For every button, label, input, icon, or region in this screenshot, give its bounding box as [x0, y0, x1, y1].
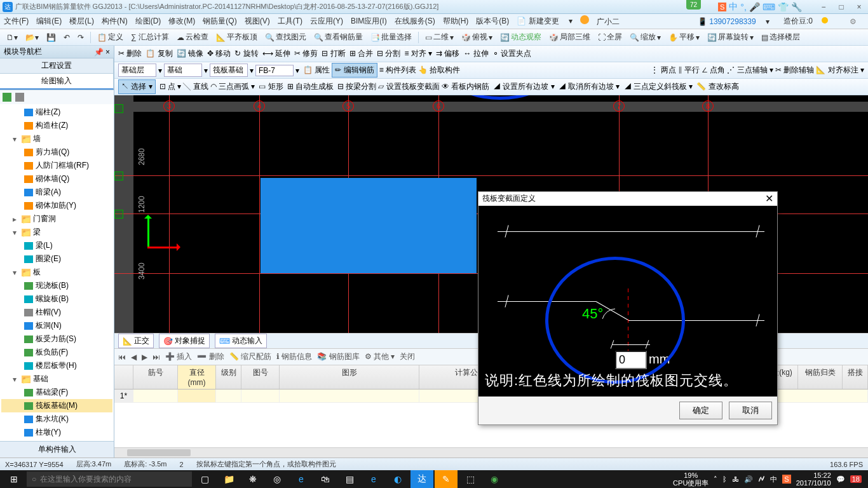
- component-name-select[interactable]: FB-7: [255, 65, 294, 76]
- align-button[interactable]: ≡ 对齐 ▾: [404, 48, 432, 59]
- rotate-button[interactable]: ↻ 旋转: [234, 48, 258, 59]
- view-slab-rebar-button[interactable]: 👁 看板内钢筋: [442, 81, 489, 92]
- nav-close-icon[interactable]: ×: [105, 48, 110, 57]
- properties-button[interactable]: 📋 属性: [303, 65, 330, 76]
- tree-item[interactable]: 板受力筋(S): [1, 332, 112, 346]
- move-button[interactable]: ✥ 移动: [207, 48, 231, 59]
- app-icon-7[interactable]: ◉: [483, 470, 506, 488]
- local-3d-button[interactable]: 🎲 局部三维: [546, 30, 593, 44]
- tree-item[interactable]: 基础梁(F): [1, 386, 112, 399]
- tree-folder[interactable]: ▾📁基础: [1, 372, 112, 386]
- scale-rebar-button[interactable]: 📏 缩尺配筋: [229, 351, 271, 362]
- tree-item[interactable]: 现浇板(B): [1, 279, 112, 292]
- tray-up-icon[interactable]: ˄: [714, 475, 717, 484]
- app-icon-5[interactable]: ✎: [435, 470, 458, 488]
- nav-first-icon[interactable]: ⏮: [118, 353, 126, 362]
- new-icon[interactable]: 🗋▾: [4, 32, 20, 43]
- app-icon-2[interactable]: ◎: [266, 470, 288, 488]
- menu-help[interactable]: 帮助(H): [443, 16, 469, 27]
- menu-version[interactable]: 版本号(B): [476, 16, 509, 27]
- save-icon[interactable]: 💾: [44, 32, 58, 43]
- align-annotation-button[interactable]: 📐 对齐标注 ▾: [816, 65, 864, 76]
- copy-button[interactable]: 📋 复制: [146, 48, 172, 59]
- top-view-button[interactable]: 🎲 俯视 ▾: [459, 30, 495, 44]
- merge-button[interactable]: ⊞ 合并: [349, 48, 373, 59]
- nav-tool-icon-1[interactable]: [3, 93, 11, 102]
- dynamic-view-button[interactable]: 🔄 动态观察: [498, 30, 544, 44]
- menu-modify[interactable]: 修改(M): [168, 16, 195, 27]
- tray-sogou-icon[interactable]: S: [782, 475, 790, 484]
- cancel-all-slope-button[interactable]: ◢ 取消所有边坡 ▾: [559, 81, 620, 92]
- component-type-select[interactable]: 筏板基础: [210, 64, 248, 77]
- tree-item[interactable]: 柱帽(V): [1, 306, 112, 319]
- menu-view[interactable]: 视图(V): [245, 16, 270, 27]
- tree-folder[interactable]: ▸📁门窗洞: [1, 212, 112, 226]
- menu-tools[interactable]: 工具(T): [278, 16, 302, 27]
- tray-bt-icon[interactable]: ᛒ: [722, 475, 727, 483]
- pick-component-button[interactable]: 👆 拾取构件: [418, 65, 460, 76]
- grip-button[interactable]: ⚬ 设置夹点: [492, 48, 531, 59]
- glodon-icon[interactable]: 达: [410, 470, 433, 488]
- auto-gen-slab-button[interactable]: ⊞ 自动生成板: [287, 81, 334, 92]
- calc-button[interactable]: ∑ 汇总计算: [128, 30, 172, 44]
- three-point-axis-button[interactable]: ⋰ 三点辅轴 ▾: [727, 65, 773, 76]
- point-angle-button[interactable]: ∠ 点角: [702, 65, 725, 76]
- offset-button[interactable]: ⇉ 偏移: [436, 48, 459, 59]
- rebar-library-button[interactable]: 📚 钢筋图库: [317, 351, 359, 362]
- tree-item[interactable]: 砌体墙(Q): [1, 172, 112, 186]
- ime-punct-icon[interactable]: °,: [740, 2, 747, 12]
- view-rebar-button[interactable]: 🔍 查看钢筋量: [311, 30, 365, 44]
- tray-net-icon[interactable]: 🖧: [732, 475, 739, 483]
- nav-last-icon[interactable]: ⏭: [153, 353, 160, 362]
- tree-item[interactable]: 螺旋板(B): [1, 292, 112, 306]
- task-view-button[interactable]: ▢: [193, 470, 216, 488]
- rebar-info-button[interactable]: ℹ 钢筋信息: [276, 351, 312, 362]
- fullscreen-button[interactable]: ⛶ 全屏: [595, 30, 625, 44]
- delete-button[interactable]: ✂ 删除: [118, 48, 142, 59]
- tree-item[interactable]: 构造柱(Z): [1, 119, 112, 132]
- maximize-button[interactable]: □: [835, 3, 848, 11]
- tab-draw-input[interactable]: 绘图输入: [0, 74, 114, 90]
- menu-rebar[interactable]: 钢筋量(Q): [203, 16, 236, 27]
- store-icon[interactable]: 🛍: [314, 470, 337, 488]
- tree-item[interactable]: 砌体加筋(Y): [1, 199, 112, 212]
- keyboard-icon[interactable]: ⌨: [763, 2, 775, 12]
- redo-icon[interactable]: ↷: [75, 32, 86, 43]
- user-button[interactable]: 广小二: [580, 15, 627, 27]
- notification-icon[interactable]: 💬: [836, 475, 845, 484]
- ime-zhong-icon[interactable]: 中: [729, 1, 738, 13]
- tree-item[interactable]: 柱墩(Y): [1, 426, 112, 439]
- tree-item[interactable]: 板负筋(F): [1, 346, 112, 359]
- mirror-button[interactable]: 🔄 镜像: [177, 48, 203, 59]
- single-component-input[interactable]: 单构件输入: [0, 441, 114, 458]
- ie-icon[interactable]: e: [362, 470, 385, 488]
- menu-floor[interactable]: 楼层(L): [69, 16, 94, 27]
- tree-item[interactable]: 板洞(N): [1, 319, 112, 332]
- tree-item[interactable]: 集水坑(K): [1, 412, 112, 426]
- tree-item[interactable]: 端柱(Z): [1, 105, 112, 119]
- cloud-check-button[interactable]: ☁ 云检查: [174, 30, 211, 44]
- zoom-button[interactable]: 🔍 缩放 ▾: [627, 30, 663, 44]
- nav-next-icon[interactable]: ▶: [142, 353, 147, 362]
- undo-icon[interactable]: ↶: [61, 32, 72, 43]
- component-list-button[interactable]: ≡ 构件列表: [379, 65, 416, 76]
- menu-edit[interactable]: 编辑(E): [36, 16, 62, 27]
- tray-bat-icon[interactable]: 🗲: [758, 475, 765, 483]
- menu-component[interactable]: 构件(N): [102, 16, 128, 27]
- cortana-search[interactable]: ○ 在这里输入你要搜索的内容: [27, 471, 192, 487]
- menu-online[interactable]: 在线服务(S): [395, 16, 435, 27]
- three-point-raft-button[interactable]: ◢ 三点定义斜筏板 ▾: [624, 81, 693, 92]
- dynamic-input-button[interactable]: ⌨动态输入: [215, 334, 267, 348]
- explorer-icon[interactable]: 📁: [217, 470, 240, 488]
- app-icon-4[interactable]: ◐: [386, 470, 409, 488]
- check-edit-elevation-button[interactable]: 📏 查改标高: [696, 81, 738, 92]
- menu-draw[interactable]: 绘图(D): [135, 16, 161, 27]
- ok-button[interactable]: 确定: [679, 402, 722, 419]
- layer-select[interactable]: 基础层: [118, 64, 156, 77]
- h-scrollbar[interactable]: [114, 447, 868, 458]
- tree-folder[interactable]: ▾📁梁: [1, 226, 112, 239]
- shirt-icon[interactable]: 👕: [778, 2, 789, 12]
- break-button[interactable]: ⊟ 打断: [322, 48, 345, 59]
- tree-folder[interactable]: ▾📁墙: [1, 132, 112, 146]
- delete-row-button[interactable]: ➖ 删除: [197, 351, 224, 362]
